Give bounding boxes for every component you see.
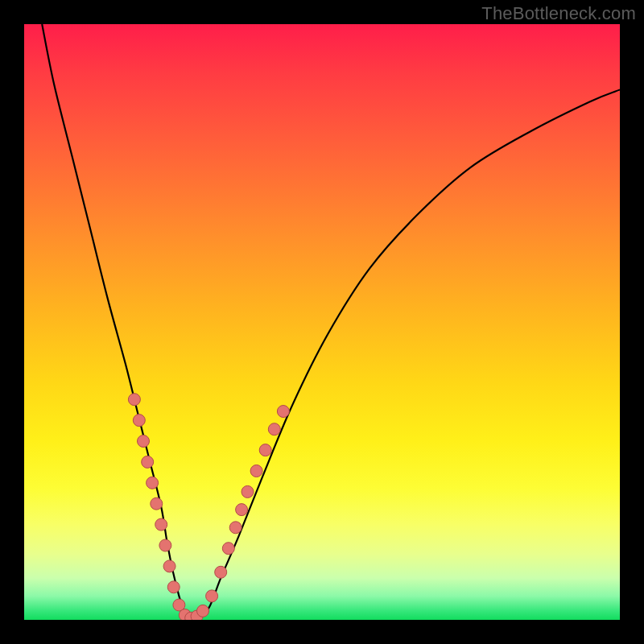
marker-dot (268, 423, 280, 436)
marker-dot (250, 465, 262, 477)
marker-dot (242, 485, 254, 497)
marker-dot (229, 522, 242, 534)
marker-dot (142, 456, 154, 468)
marker-dot (159, 539, 171, 551)
marker-dot (277, 406, 289, 418)
marker-dot (128, 394, 140, 406)
marker-dot (167, 581, 180, 593)
marker-dot (259, 444, 271, 456)
marker-dot (206, 590, 218, 602)
curve-markers (128, 394, 289, 620)
marker-dot (138, 436, 150, 448)
bottleneck-curve (42, 24, 620, 620)
outer-frame: TheBottleneck.com (0, 0, 644, 644)
marker-dot (133, 415, 145, 427)
marker-dot (155, 518, 167, 530)
marker-dot (222, 543, 234, 555)
watermark-text: TheBottleneck.com (481, 3, 636, 24)
marker-dot (215, 566, 227, 578)
chart-plot-area (24, 24, 620, 620)
marker-dot (147, 477, 159, 489)
marker-dot (151, 497, 163, 510)
chart-svg (24, 24, 620, 620)
marker-dot (163, 560, 175, 572)
marker-dot (236, 504, 248, 516)
marker-dot (197, 605, 209, 617)
